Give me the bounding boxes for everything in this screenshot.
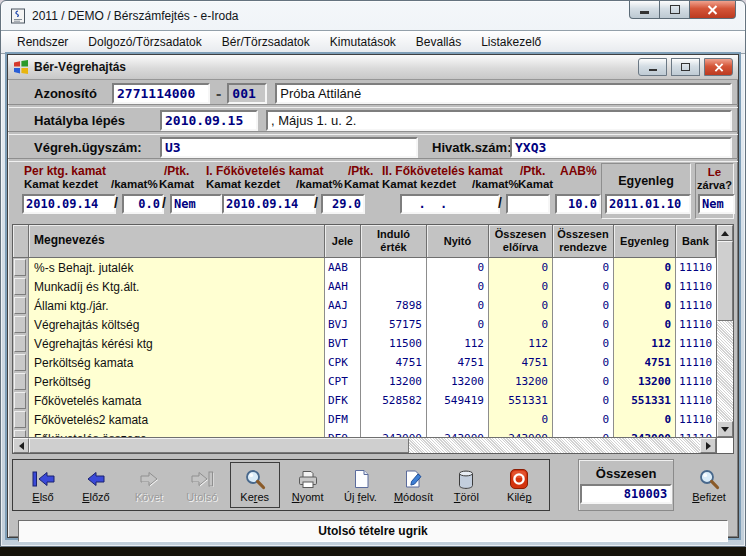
dialog-restore-button[interactable] — [671, 58, 700, 76]
menu-item-Listakezelő[interactable]: Listakezelő — [471, 32, 551, 52]
cell-nyito[interactable]: 549419 — [427, 391, 489, 410]
aab-field[interactable]: 10.0 — [555, 194, 601, 214]
cell-bank[interactable]: 11110 — [676, 277, 716, 296]
cell-indulo[interactable]: 13200 — [361, 372, 427, 391]
toolbar-button-first[interactable]: Első — [18, 462, 68, 508]
hatalyba-field[interactable]: 2010.09.15 — [160, 110, 258, 131]
cell-jele[interactable]: DFK — [325, 391, 361, 410]
cell-nyito[interactable]: 0 — [427, 258, 489, 277]
toolbar-button-prev[interactable]: Előző — [71, 462, 121, 508]
cell-indulo[interactable] — [361, 410, 427, 429]
azonosito-field[interactable]: 2771114000 — [112, 83, 210, 104]
cell-egyenleg[interactable]: 243000 — [614, 429, 676, 437]
osszesen-field[interactable]: 810003 — [580, 484, 672, 504]
cell-nyito[interactable] — [427, 410, 489, 429]
cell-nyito[interactable]: 112 — [427, 334, 489, 353]
cell-name[interactable]: Perköltség kamata — [29, 353, 325, 372]
horizontal-scrollbar[interactable] — [13, 437, 716, 453]
cell-rendezve[interactable]: 0 — [553, 277, 614, 296]
cell-jele[interactable]: CPK — [325, 353, 361, 372]
vertical-scroll-track[interactable] — [717, 321, 733, 421]
cell-name[interactable]: Főkövetelés kamata — [29, 391, 325, 410]
scroll-right-button[interactable] — [700, 438, 716, 453]
menu-item-Bér/Törzsadatok[interactable]: Bér/Törzsadatok — [212, 32, 320, 52]
cell-rendezve[interactable]: 0 — [553, 296, 614, 315]
cell-name[interactable]: Állami ktg./jár. — [29, 296, 325, 315]
dialog-title-bar[interactable]: Bér-Végrehajtás — [8, 55, 738, 80]
per-kezdet-field[interactable]: 2010.09.14 — [22, 194, 116, 214]
cell-name[interactable]: Munkadíj és Ktg.ált. — [29, 277, 325, 296]
fo1-pct-field[interactable]: 29.0 — [321, 194, 365, 214]
cell-indulo[interactable] — [361, 277, 427, 296]
cell-eloirva[interactable]: 0 — [489, 410, 553, 429]
cell-indulo[interactable]: 4751 — [361, 353, 427, 372]
cell-indulo[interactable]: 7898 — [361, 296, 427, 315]
cell-bank[interactable]: 11110 — [676, 334, 716, 353]
cell-bank[interactable]: 11110 — [676, 353, 716, 372]
cell-bank[interactable]: 11110 — [676, 391, 716, 410]
cell-egyenleg[interactable]: 0 — [614, 258, 676, 277]
toolbar-button-delete[interactable]: Töröl — [441, 462, 491, 508]
cell-egyenleg[interactable]: 13200 — [614, 372, 676, 391]
cell-name[interactable]: Végrehajtás kérési ktg — [29, 334, 325, 353]
cell-name[interactable]: Főkövetelés2 kamata — [29, 410, 325, 429]
cell-bank[interactable]: 11110 — [676, 429, 716, 437]
dialog-minimize-button[interactable] — [638, 58, 667, 76]
name-field[interactable]: Próba Attiláné — [275, 83, 732, 104]
cell-bank[interactable]: 11110 — [676, 296, 716, 315]
cell-bank[interactable]: 11110 — [676, 258, 716, 277]
vertical-scrollbar[interactable] — [716, 225, 733, 437]
cell-rendezve[interactable]: 0 — [553, 315, 614, 334]
cell-jele[interactable]: DFO — [325, 429, 361, 437]
cell-indulo[interactable]: 243000 — [361, 429, 427, 437]
row-selector[interactable] — [13, 315, 29, 334]
cell-name[interactable]: Perköltség — [29, 372, 325, 391]
row-selector[interactable] — [13, 334, 29, 353]
minimize-button[interactable] — [629, 1, 660, 19]
cell-eloirva[interactable]: 243000 — [489, 429, 553, 437]
azonosito-sub-field[interactable]: 001 — [227, 83, 267, 104]
cell-eloirva[interactable]: 0 — [489, 258, 553, 277]
dialog-close-button[interactable] — [704, 58, 733, 76]
cell-nyito[interactable]: 0 — [427, 296, 489, 315]
cell-name[interactable]: Főkövetelés összege — [29, 429, 325, 437]
toolbar-button-pay[interactable]: Befizet — [684, 462, 734, 508]
cell-rendezve[interactable]: 0 — [553, 429, 614, 437]
cell-bank[interactable]: 11110 — [676, 372, 716, 391]
menu-item-Bevallás[interactable]: Bevallás — [406, 32, 471, 52]
menu-item-Rendszer[interactable]: Rendszer — [7, 32, 78, 52]
cell-nyito[interactable]: 13200 — [427, 372, 489, 391]
row-selector[interactable] — [13, 429, 29, 437]
menu-item-Kimutatások[interactable]: Kimutatások — [320, 32, 406, 52]
cell-rendezve[interactable]: 0 — [553, 258, 614, 277]
cell-jele[interactable]: CPT — [325, 372, 361, 391]
cell-nyito[interactable]: 243000 — [427, 429, 489, 437]
cell-egyenleg[interactable]: 0 — [614, 410, 676, 429]
lezarva-field[interactable]: Nem — [698, 194, 735, 214]
cell-eloirva[interactable]: 551331 — [489, 391, 553, 410]
cell-rendezve[interactable]: 0 — [553, 372, 614, 391]
cell-indulo[interactable]: 57175 — [361, 315, 427, 334]
cell-nyito[interactable]: 4751 — [427, 353, 489, 372]
toolbar-button-edit[interactable]: Módosít — [388, 462, 438, 508]
cell-eloirva[interactable]: 4751 — [489, 353, 553, 372]
scroll-up-button[interactable] — [717, 225, 733, 241]
scroll-down-button[interactable] — [717, 421, 733, 437]
cell-indulo[interactable]: 11500 — [361, 334, 427, 353]
horizontal-scroll-thumb[interactable] — [29, 438, 409, 453]
cell-egyenleg[interactable]: 112 — [614, 334, 676, 353]
toolbar-button-new[interactable]: Új felv. — [336, 462, 386, 508]
fo2-kezdet-field[interactable]: . . — [400, 194, 500, 214]
row-selector[interactable] — [13, 277, 29, 296]
row-selector[interactable] — [13, 296, 29, 315]
cell-rendezve[interactable]: 0 — [553, 410, 614, 429]
cell-jele[interactable]: DFM — [325, 410, 361, 429]
per-pct-field[interactable]: 0.0 — [122, 194, 164, 214]
close-button[interactable] — [689, 1, 736, 19]
cell-jele[interactable]: AAH — [325, 277, 361, 296]
cell-egyenleg[interactable]: 4751 — [614, 353, 676, 372]
cell-rendezve[interactable]: 0 — [553, 334, 614, 353]
cell-name[interactable]: Végrehajtás költség — [29, 315, 325, 334]
restore-button[interactable] — [659, 1, 690, 19]
cell-nyito[interactable]: 0 — [427, 277, 489, 296]
